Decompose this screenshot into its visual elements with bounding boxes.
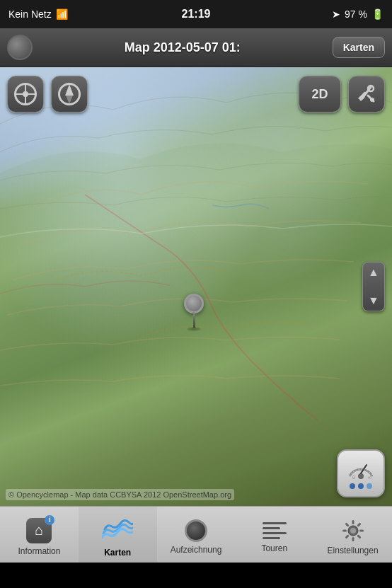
dashboard-dots [350, 483, 372, 489]
nav-bar: Map 2012-05-07 01: Karten [0, 28, 392, 67]
scroll-up-arrow: ▲ [368, 267, 379, 278]
tab-karten[interactable]: Karten [79, 507, 157, 563]
tab-information-label: Information [18, 546, 60, 556]
tools-button[interactable] [348, 76, 385, 113]
list-line-4 [263, 537, 281, 539]
list-line-2 [263, 527, 281, 529]
svg-rect-14 [359, 529, 364, 531]
info-badge: i [45, 515, 54, 525]
battery-label: 97 % [345, 8, 367, 20]
karten-nav-button[interactable]: Karten [333, 37, 385, 58]
nav-title: Map 2012-05-07 01: [33, 40, 333, 55]
nav-globe-icon [7, 35, 33, 60]
dashboard-dot-3 [367, 483, 372, 489]
location-icon: ➤ [332, 8, 340, 20]
map-copyright: © Opencyclemap - Map data CCBYSA 2012 Op… [6, 489, 234, 500]
svg-text:∞: ∞ [368, 475, 371, 480]
svg-text:0: 0 [352, 475, 355, 480]
dashboard-dot-1 [350, 483, 355, 489]
compass-icon [58, 83, 81, 105]
record-icon [185, 519, 207, 542]
tab-touren-label: Touren [261, 543, 287, 553]
pin-head [184, 294, 204, 313]
tab-karten-label: Karten [104, 548, 131, 558]
svg-rect-15 [357, 534, 361, 538]
tab-touren[interactable]: Touren [235, 507, 313, 563]
status-time: 21:19 [182, 8, 211, 21]
crosshair-button[interactable] [7, 76, 44, 113]
svg-point-5 [370, 98, 374, 102]
status-right: ➤ 97 % 🔋 [332, 8, 384, 20]
tab-bar: ⌂ i Information Karten Aufzeichnung [0, 506, 392, 563]
scroll-down-arrow: ▼ [368, 295, 379, 306]
list-line-1 [263, 522, 287, 524]
tab-information[interactable]: ⌂ i Information [0, 507, 79, 563]
svg-point-6 [358, 473, 364, 479]
karten-icon [102, 517, 133, 545]
list-icon [263, 521, 287, 541]
map-controls-top-right: 2D [299, 76, 385, 113]
location-pin [184, 294, 204, 331]
crosshair-icon [14, 83, 37, 105]
2d-toggle-button[interactable]: 2D [299, 76, 341, 113]
list-line-3 [263, 532, 287, 534]
svg-rect-16 [352, 537, 354, 541]
contour-lines [0, 67, 392, 506]
svg-rect-18 [342, 529, 347, 531]
status-bar: Kein Netz 📶 21:19 ➤ 97 % 🔋 [0, 0, 392, 28]
svg-point-11 [350, 528, 356, 534]
tab-aufzeichnung-label: Aufzeichnung [171, 545, 222, 555]
gear-icon [341, 519, 365, 543]
pin-shadow [187, 327, 201, 331]
tab-einstellungen-label: Einstellungen [328, 546, 379, 555]
tab-aufzeichnung[interactable]: Aufzeichnung [157, 507, 236, 563]
map-waves-icon [102, 517, 133, 542]
navigate-button[interactable] [51, 76, 88, 113]
map-controls-top-left [7, 76, 88, 113]
information-icon: ⌂ i [26, 518, 52, 543]
speedometer-icon: 0 ∞ [347, 458, 375, 480]
dashboard-dot-2 [358, 483, 364, 489]
svg-rect-19 [345, 522, 349, 526]
svg-rect-13 [357, 522, 361, 526]
pin-tail [193, 312, 195, 328]
battery-icon: 🔋 [371, 8, 384, 20]
svg-rect-12 [352, 520, 354, 524]
settings-icon-container [341, 519, 365, 543]
dashboard-button[interactable]: 0 ∞ [337, 449, 385, 497]
wrench-icon [357, 84, 376, 104]
status-left: Kein Netz 📶 [8, 8, 68, 20]
wifi-icon: 📶 [56, 8, 68, 20]
svg-rect-17 [345, 534, 349, 538]
map-area[interactable]: 2D ▲ ▼ 0 ∞ [0, 67, 392, 506]
tab-einstellungen[interactable]: Einstellungen [313, 507, 392, 563]
home-icon: ⌂ [35, 522, 43, 538]
carrier-label: Kein Netz [8, 8, 52, 20]
vertical-scroll-control[interactable]: ▲ ▼ [362, 262, 385, 311]
